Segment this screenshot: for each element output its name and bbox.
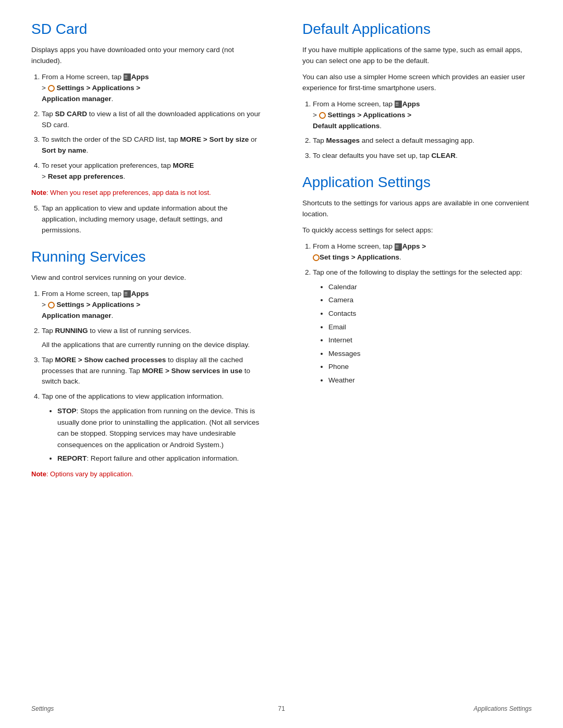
stop-bullet: STOP: Stops the application from running… (57, 405, 261, 450)
running-services-title: Running Services (31, 249, 261, 265)
app-list-item-email: Email (328, 322, 532, 333)
sd-step-2: Tap SD CARD to view a list of all the do… (42, 109, 261, 131)
app-settings-para1: Shortcuts to the settings for various ap… (302, 198, 532, 220)
note-label-1: Note (31, 189, 46, 196)
apps-label-1: Apps (131, 73, 149, 81)
sort-size-label: MORE > Sort by size (180, 135, 249, 143)
rs-step-4: Tap one of the applications to view appl… (42, 391, 261, 464)
gear-icon-4 (313, 254, 320, 261)
app-manager-2: Application manager (42, 312, 112, 319)
rs-step-1: From a Home screen, tap Apps > Settings … (42, 289, 261, 322)
sd-step-5: Tap an application to view and update in… (42, 203, 261, 236)
sd-step-5-list: Tap an application to view and update in… (42, 203, 261, 236)
note-label-2: Note (31, 470, 46, 478)
app-list-item-camera: Camera (328, 294, 532, 306)
app-manager-1: Application manager (42, 95, 112, 103)
da-step-1: From a Home screen, tap Apps > Settings … (313, 99, 532, 132)
app-list: Calendar Camera Contacts Email Internet … (328, 281, 532, 386)
rs-note: Note: Options vary by application. (31, 469, 261, 479)
rs-step-3: Tap MORE > Show cached processes to disp… (42, 355, 261, 388)
report-bullet: REPORT: Report failure and other applica… (57, 453, 261, 464)
right-column: Default Applications If you have multipl… (292, 21, 532, 485)
sd-card-steps: From a Home screen, tap Apps > Settings … (42, 72, 261, 182)
apps-label-2: Apps (131, 290, 149, 298)
footer-center: 71 (0, 705, 563, 712)
da-step-3: To clear defaults you have set up, tap C… (313, 151, 532, 162)
sd-card-label: SD CARD (55, 110, 88, 118)
apps-label-3: Apps (402, 100, 420, 108)
app-settings-para2: To quickly access settings for select ap… (302, 225, 532, 236)
sd-step-4: To reset your application preferences, t… (42, 161, 261, 182)
apps-icon-1 (124, 73, 131, 81)
sd-note: Note: When you reset app preferences, ap… (31, 188, 261, 198)
rs-bullets: STOP: Stops the application from running… (57, 405, 261, 464)
settings-nav-2: Settings > Applications > (56, 301, 140, 309)
app-list-item-internet: Internet (328, 335, 532, 346)
apps-label-4: Apps > (402, 242, 426, 250)
sd-step-3: To switch the order of the SD CARD list,… (42, 134, 261, 156)
left-column: SD Card Displays apps you have downloade… (31, 21, 271, 485)
sd-step-1: From a Home screen, tap Apps > Settings … (42, 72, 261, 105)
rs-step-2-sub: All the applications that are currently … (42, 340, 261, 351)
default-apps-steps: From a Home screen, tap Apps > Settings … (313, 99, 532, 162)
page: SD Card Displays apps you have downloade… (0, 0, 563, 728)
running-services-section: Running Services View and control servic… (31, 249, 261, 479)
app-list-item-contacts: Contacts (328, 308, 532, 319)
gear-icon-1 (48, 85, 55, 92)
sort-name-label: Sort by name (42, 146, 87, 154)
app-settings-title: Application Settings (302, 174, 532, 191)
clear-label: CLEAR (431, 152, 456, 159)
sd-card-section: SD Card Displays apps you have downloade… (31, 21, 261, 236)
as-step-1: From a Home screen, tap Apps > Set tings… (313, 241, 532, 263)
sd-card-title: SD Card (31, 21, 261, 38)
gear-icon-3 (319, 112, 326, 119)
app-list-item-weather: Weather (328, 375, 532, 386)
app-list-item-calendar: Calendar (328, 281, 532, 293)
default-apps-para1: If you have multiple applications of the… (302, 45, 532, 67)
stop-label: STOP (57, 407, 77, 415)
settings-nav-4: Set tings > Applications (320, 253, 399, 261)
default-apps-section: Default Applications If you have multipl… (302, 21, 532, 162)
show-cached-label: MORE > Show cached processes (55, 356, 166, 364)
apps-icon-2 (124, 290, 131, 298)
app-list-item-phone: Phone (328, 361, 532, 373)
default-apps-nav: Default applications (313, 122, 380, 130)
running-services-steps: From a Home screen, tap Apps > Settings … (42, 289, 261, 464)
gear-icon-2 (48, 302, 55, 309)
settings-nav-1: Settings > Applications > (56, 84, 140, 92)
running-services-intro: View and control services running on you… (31, 273, 261, 283)
page-number: 71 (278, 705, 285, 712)
default-apps-para2: You can also use a simpler Home screen w… (302, 72, 532, 94)
more-label: MORE (173, 162, 194, 169)
messages-label: Messages (326, 137, 360, 144)
default-apps-title: Default Applications (302, 21, 532, 38)
rs-step-2: Tap RUNNING to view a list of running se… (42, 326, 261, 351)
show-services-label: MORE > Show services in use (142, 367, 242, 375)
settings-nav-3: Settings > Applications > (327, 111, 411, 119)
running-label: RUNNING (55, 327, 88, 335)
da-step-2: Tap Messages and select a default messag… (313, 135, 532, 146)
apps-icon-4 (395, 243, 402, 251)
report-label: REPORT (57, 454, 87, 462)
as-step-2: Tap one of the following to display the … (313, 267, 532, 386)
app-list-item-messages: Messages (328, 348, 532, 360)
reset-prefs-label: Reset app preferences (48, 172, 124, 180)
apps-icon-3 (395, 101, 402, 108)
app-settings-steps: From a Home screen, tap Apps > Set tings… (313, 241, 532, 386)
sd-card-intro: Displays apps you have downloaded onto y… (31, 45, 261, 67)
app-settings-section: Application Settings Shortcuts to the se… (302, 174, 532, 386)
